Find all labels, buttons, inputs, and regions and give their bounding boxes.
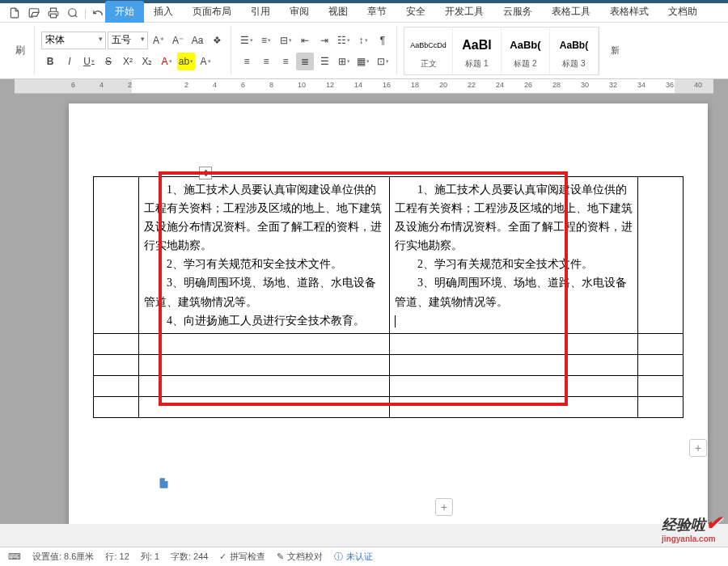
tab-devtools[interactable]: 开发工具 (435, 1, 493, 23)
spellcheck-button[interactable]: ✓ 拼写检查 (219, 551, 265, 563)
table-cell[interactable] (390, 354, 638, 375)
table-row[interactable] (94, 375, 684, 396)
tab-cloud[interactable]: 云服务 (493, 1, 542, 23)
table-cell[interactable] (638, 177, 684, 334)
align-left-icon[interactable]: ≡ (238, 53, 256, 70)
char-scale-icon[interactable]: ☷ (335, 32, 353, 49)
change-case-icon[interactable]: Aa (188, 32, 206, 49)
table-cell[interactable] (390, 375, 638, 396)
table-cell[interactable] (94, 375, 139, 396)
showmarks-icon[interactable]: ¶ (374, 32, 392, 49)
tab-dochelper[interactable]: 文档助 (658, 1, 707, 23)
borders-icon[interactable]: ⊡ (374, 53, 392, 70)
subscript-icon[interactable]: X₂ (138, 53, 156, 70)
strike-icon[interactable]: S (99, 53, 117, 70)
tab-start[interactable]: 开始 (105, 1, 144, 23)
watermark: 经验啦✔ jingyanla.com (662, 512, 722, 543)
status-line: 行: 12 (105, 551, 129, 563)
bold-icon[interactable]: B (41, 53, 59, 70)
table-move-handle[interactable]: ✥ (199, 167, 212, 180)
shrink-font-icon[interactable]: A⁻ (169, 32, 187, 49)
document-table[interactable]: 1、施工技术人员要认真审阅建设单位供的工程有关资料；工程涉及区域的地上、地下建筑… (93, 176, 684, 418)
align-center-icon[interactable]: ≡ (257, 53, 275, 70)
cell-text: 1、施工技术人员要认真审阅建设单位供的工程有关资料；工程涉及区域的地上、地下建筑… (144, 180, 384, 255)
shading-icon[interactable]: ▦ (354, 53, 372, 70)
table-row[interactable] (94, 354, 684, 375)
table-cell[interactable] (638, 375, 684, 396)
table-row[interactable] (94, 396, 684, 417)
cell-text: 3、明确周围环境、场地、道路、水电设备管道、建筑物情况等。 (395, 273, 633, 310)
style-heading1[interactable]: AaBl 标题 1 (453, 27, 502, 74)
new-style-button[interactable]: 新 (611, 42, 620, 60)
tab-pagelayout[interactable]: 页面布局 (183, 1, 241, 23)
clipboard-group: 刷 (6, 26, 35, 75)
align-justify-icon[interactable]: ≣ (296, 53, 314, 70)
table-row[interactable] (94, 333, 684, 354)
linespacing-icon[interactable]: ↕ (354, 32, 372, 49)
table-cell[interactable]: 1、施工技术人员要认真审阅建设单位供的工程有关资料；工程涉及区域的地上、地下建筑… (139, 177, 390, 334)
cell-text: 4、向进扬施工人员进行安全技术教育。 (144, 311, 384, 330)
table-cell[interactable] (94, 396, 139, 417)
underline-icon[interactable]: U (80, 53, 98, 70)
tab-insert[interactable]: 插入 (144, 1, 183, 23)
font-color-icon[interactable]: A (158, 53, 176, 70)
align-distrib-icon[interactable]: ☰ (315, 53, 333, 70)
text-cursor (395, 315, 396, 327)
tab-review[interactable]: 审阅 (280, 1, 319, 23)
format-painter-icon[interactable]: 刷 (11, 42, 29, 60)
cell-text: 2、学习有关规范和安全技术文件。 (144, 255, 384, 273)
table-cell[interactable] (638, 396, 684, 417)
table-cell[interactable] (638, 354, 684, 375)
table-cell[interactable] (139, 354, 390, 375)
table-cell[interactable] (390, 396, 638, 417)
styles-gallery[interactable]: AaBbCcDd 正文 AaBl 标题 1 AaBb( 标题 2 AaBb( 标… (404, 27, 599, 75)
superscript-icon[interactable]: X² (119, 53, 137, 70)
indent-inc-icon[interactable]: ⇥ (315, 32, 333, 49)
font-size-combo[interactable]: 五号 (108, 32, 148, 49)
style-heading3[interactable]: AaBb( 标题 3 (550, 27, 599, 74)
highlight-icon[interactable]: ab (177, 53, 195, 70)
indent-dec-icon[interactable]: ⇤ (296, 32, 314, 49)
table-cell[interactable] (139, 333, 390, 354)
tab-security[interactable]: 安全 (396, 1, 435, 23)
numbering-icon[interactable]: ≡ (257, 32, 275, 49)
table-cell[interactable] (94, 177, 139, 334)
document-page[interactable]: 1、施工技术人员要认真审阅建设单位供的工程有关资料；工程涉及区域的地上、地下建筑… (69, 103, 708, 524)
style-normal[interactable]: AaBbCcDd 正文 (404, 27, 453, 74)
table-row[interactable]: 1、施工技术人员要认真审阅建设单位供的工程有关资料；工程涉及区域的地上、地下建筑… (94, 177, 684, 334)
char-border-icon[interactable]: A (197, 53, 214, 70)
doccheck-button[interactable]: ✎ 文档校对 (277, 551, 323, 563)
align-right-icon[interactable]: ≡ (277, 53, 294, 70)
font-name-combo[interactable]: 宋体 (41, 32, 106, 49)
table-cell[interactable]: 1、施工技术人员要认真审阅建设单位供的工程有关资料；工程涉及区域的地上、地下建筑… (390, 177, 638, 334)
table-cell[interactable] (139, 396, 390, 417)
table-cell[interactable] (139, 375, 390, 396)
tab-tabletools[interactable]: 表格工具 (542, 1, 600, 23)
table-cell[interactable] (390, 333, 638, 354)
page-note-icon[interactable] (156, 475, 171, 490)
keyboard-icon[interactable]: ⌨ (8, 551, 21, 562)
paragraph-group: ☰ ≡ ⊟ ⇤ ⇥ ☷ ↕ ¶ ≡ ≡ ≡ ≣ ☰ ⊞ ▦ ⊡ (233, 26, 397, 75)
auth-status[interactable]: ⓘ 未认证 (334, 551, 373, 563)
bullets-icon[interactable]: ☰ (238, 32, 256, 49)
status-bar: ⌨ 设置值: 8.6厘米 行: 12 列: 1 字数: 244 ✓ 拼写检查 ✎… (0, 547, 728, 566)
add-row-button[interactable]: + (435, 498, 453, 516)
table-cell[interactable] (638, 333, 684, 354)
tab-tablestyle[interactable]: 表格样式 (600, 1, 658, 23)
tab-section[interactable]: 章节 (358, 1, 396, 23)
table-cell[interactable] (94, 333, 139, 354)
tab-view[interactable]: 视图 (319, 1, 358, 23)
add-column-button[interactable]: + (689, 439, 707, 457)
cell-text: 3、明确周围环境、场地、道路、水电设备管道、建筑物情况等。 (144, 273, 384, 310)
horizontal-ruler[interactable]: 6 4 2 2 4 6 8 10 12 14 16 18 20 22 24 26… (15, 79, 713, 94)
table-cell[interactable] (94, 354, 139, 375)
grow-font-icon[interactable]: A⁺ (150, 32, 167, 49)
style-heading2[interactable]: AaBb( 标题 2 (502, 27, 550, 74)
clear-format-icon[interactable]: ❖ (208, 32, 226, 49)
status-col: 列: 1 (141, 551, 159, 563)
status-words[interactable]: 字数: 244 (171, 551, 208, 563)
italic-icon[interactable]: I (61, 53, 78, 70)
multilevel-icon[interactable]: ⊟ (277, 32, 294, 49)
text-tools-icon[interactable]: ⊞ (335, 53, 353, 70)
tab-reference[interactable]: 引用 (241, 1, 280, 23)
